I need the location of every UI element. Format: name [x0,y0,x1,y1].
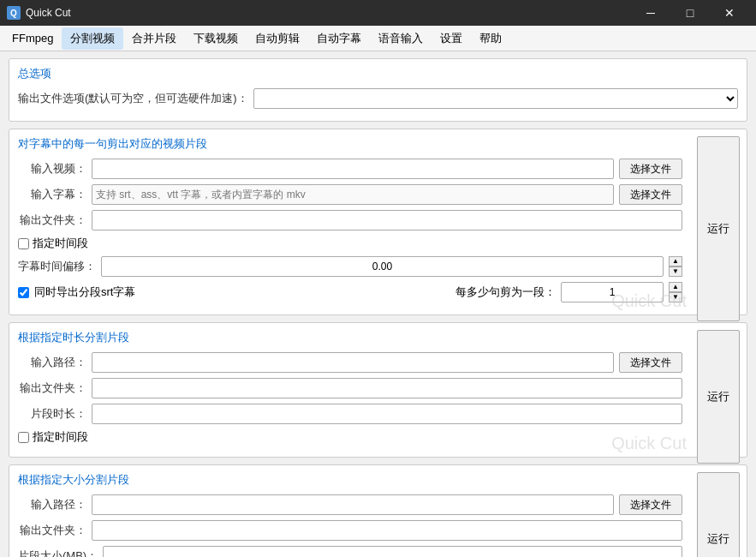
duration-path-button[interactable]: 选择文件 [619,352,682,373]
duration-run-button[interactable]: 运行 [697,330,740,464]
subtitle-timerange-label: 指定时间段 [33,236,88,251]
subtitle-run-button[interactable]: 运行 [697,136,740,321]
duration-output-label: 输出文件夹： [18,380,86,396]
size-path-input[interactable] [92,494,614,515]
duration-length-label: 片段时长： [18,406,86,422]
subtitle-timerange-row: 指定时间段 [18,236,682,251]
subtitle-timerange-checkbox[interactable] [18,238,29,249]
total-section-title: 总选项 [18,66,738,81]
size-section-title: 根据指定大小分割片段 [18,472,738,488]
window-controls: ─ □ ✕ [631,0,749,26]
offset-up-button[interactable]: ▲ [669,256,682,267]
subtitle-output-input[interactable] [92,210,682,231]
size-section: 根据指定大小分割片段 输入路径： 选择文件 输出文件夹： 片段大小(MB)： 指… [9,464,747,557]
subtitle-select-button[interactable]: 选择文件 [619,184,682,205]
size-section-inner: 输入路径： 选择文件 输出文件夹： 片段大小(MB)： 指定时间段 [18,494,682,557]
menu-auto-subtitle[interactable]: 自动字幕 [308,27,370,50]
export-subtitle-label: 同时导出分段srt字幕 [34,284,135,300]
subtitle-section-inner: 输入视频： 选择文件 输入字幕： 选择文件 输出文件夹： 指定时间段 [18,159,682,302]
output-options-select[interactable] [253,88,738,109]
app-title: Quick Cut [26,7,71,19]
size-path-label: 输入路径： [18,497,86,512]
offset-input[interactable] [101,256,664,277]
duration-path-label: 输入路径： [18,355,86,370]
video-select-button[interactable]: 选择文件 [619,159,682,179]
app-icon: Q [7,6,21,20]
menu-auto-edit[interactable]: 自动剪辑 [247,27,308,50]
subtitle-input-row: 输入字幕： 选择文件 [18,184,682,205]
maximize-button[interactable]: □ [670,0,710,26]
offset-per-row: 字幕时间偏移： ▲ ▼ [18,256,682,277]
per-input[interactable] [561,282,664,302]
size-run-button[interactable]: 运行 [697,472,740,557]
subtitle-input[interactable] [92,184,614,205]
duration-output-row: 输出文件夹： [18,378,682,398]
subtitle-output-label: 输出文件夹： [18,213,86,228]
size-output-input[interactable] [92,520,682,541]
output-options-row: 输出文件选项(默认可为空，但可选硬件加速)： [18,88,738,109]
size-output-label: 输出文件夹： [18,523,86,538]
duration-section: 根据指定时长分割片段 输入路径： 选择文件 输出文件夹： 片段时长： 指定时间段 [9,322,747,458]
total-section: 总选项 输出文件选项(默认可为空，但可选硬件加速)： [9,58,747,122]
menu-bar: FFmpeg 分割视频 合并片段 下载视频 自动剪辑 自动字幕 语音输入 设置 … [0,26,756,51]
output-options-label: 输出文件选项(默认可为空，但可选硬件加速)： [18,91,248,106]
subtitle-section-title: 对字幕中的每一句剪出对应的视频片段 [18,136,738,152]
per-down-button[interactable]: ▼ [669,292,682,302]
size-path-button[interactable]: 选择文件 [619,494,682,515]
duration-timerange-label: 指定时间段 [33,429,88,445]
size-path-row: 输入路径： 选择文件 [18,494,682,515]
duration-length-row: 片段时长： [18,404,682,424]
menu-merge-segments[interactable]: 合并片段 [123,27,185,50]
title-bar: Q Quick Cut ─ □ ✕ [0,0,756,26]
duration-timerange-row: 指定时间段 [18,429,682,445]
per-label: 每多少句剪为一段： [455,284,556,300]
size-mb-label: 片段大小(MB)： [18,548,98,557]
menu-split-video[interactable]: 分割视频 [62,27,123,50]
video-input-row: 输入视频： 选择文件 [18,159,682,179]
subtitle-section: 对字幕中的每一句剪出对应的视频片段 输入视频： 选择文件 输入字幕： 选择文件 … [9,129,747,315]
per-up-button[interactable]: ▲ [669,282,682,292]
minimize-button[interactable]: ─ [631,0,670,26]
offset-part: 字幕时间偏移： ▲ ▼ [18,256,682,277]
offset-down-button[interactable]: ▼ [669,267,682,277]
menu-ffmpeg[interactable]: FFmpeg [3,28,62,48]
duration-timerange-checkbox[interactable] [18,432,29,443]
size-output-row: 输出文件夹： [18,520,682,541]
menu-download-video[interactable]: 下载视频 [185,27,247,50]
per-part: 每多少句剪为一段： ▲ ▼ [455,282,682,302]
menu-voice-input[interactable]: 语音输入 [370,27,432,50]
export-subtitle-checkbox[interactable] [18,287,29,298]
size-mb-row: 片段大小(MB)： [18,546,682,557]
duration-section-title: 根据指定时长分割片段 [18,330,738,345]
duration-output-input[interactable] [92,378,682,398]
subtitle-label: 输入字幕： [18,187,86,202]
menu-help[interactable]: 帮助 [471,27,510,50]
size-mb-input[interactable] [103,546,682,557]
menu-settings[interactable]: 设置 [432,27,471,50]
duration-length-input[interactable] [92,404,682,424]
subtitle-output-row: 输出文件夹： [18,210,682,231]
export-part: 同时导出分段srt字幕 [18,284,449,300]
video-input[interactable] [92,159,614,179]
duration-path-row: 输入路径： 选择文件 [18,352,682,373]
video-label: 输入视频： [18,161,86,177]
duration-path-input[interactable] [92,352,614,373]
duration-section-inner: 输入路径： 选择文件 输出文件夹： 片段时长： 指定时间段 [18,352,682,445]
close-button[interactable]: ✕ [710,0,749,26]
offset-label: 字幕时间偏移： [18,259,96,274]
export-per-row: 同时导出分段srt字幕 每多少句剪为一段： ▲ ▼ [18,282,682,302]
content-area: 总选项 输出文件选项(默认可为空，但可选硬件加速)： 对字幕中的每一句剪出对应的… [0,51,756,557]
